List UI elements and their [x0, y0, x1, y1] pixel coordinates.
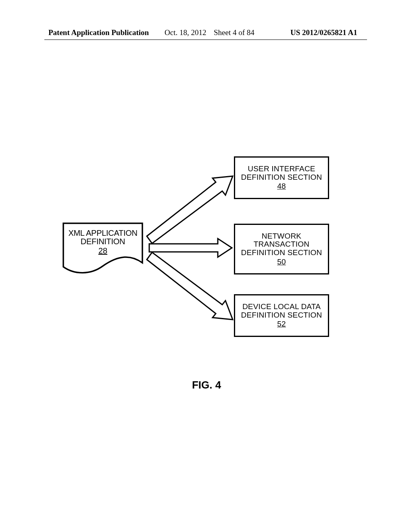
arrow-bottom-icon — [147, 252, 233, 320]
figure-caption: FIG. 4 — [0, 379, 413, 391]
diagram-arrows — [0, 0, 413, 532]
patent-page: Patent Application Publication Oct. 18, … — [0, 0, 413, 532]
arrow-middle-icon — [149, 239, 232, 257]
arrow-top-icon — [147, 176, 233, 243]
